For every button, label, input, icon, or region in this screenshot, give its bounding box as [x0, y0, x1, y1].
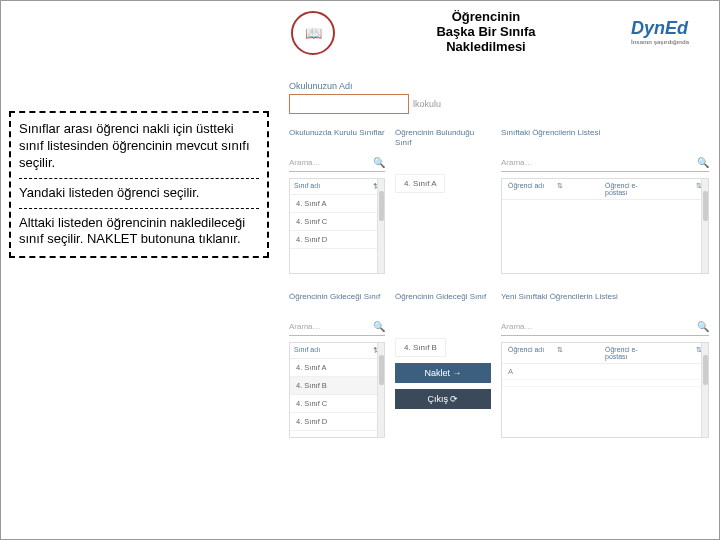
- scrollbar[interactable]: [377, 343, 384, 437]
- school-name-suffix: lkokulu: [413, 99, 441, 109]
- target-classes-title: Öğrencinin Gideceği Sınıf: [289, 292, 385, 312]
- list-item[interactable]: 4. Sınıf A: [290, 359, 384, 377]
- list-item[interactable]: [502, 380, 708, 387]
- school-name-input[interactable]: [289, 94, 409, 114]
- school-name-field-wrap: lkokulu: [289, 94, 709, 114]
- exit-button[interactable]: Çıkış ⟳: [395, 389, 491, 409]
- list-item[interactable]: 4. Sınıf C: [290, 395, 384, 413]
- students-list[interactable]: Öğrenci adı ⇅ Öğrenci e-postası ⇅: [501, 178, 709, 274]
- bottom-row: Öğrencinin Gideceği Sınıf Arama… 🔍 Sınıf…: [289, 292, 709, 438]
- target-class-action-column: Öğrencinin Gideceği Sınıf 4. Sınıf B Nak…: [395, 292, 491, 438]
- main-panel: Okulunuzun Adı lkokulu Okulunuzda Kurulu…: [289, 81, 709, 521]
- school-name-label: Okulunuzun Adı: [289, 81, 709, 91]
- sort-icon[interactable]: ⇅: [557, 346, 606, 360]
- title-line-1: Öğrencinin: [341, 9, 631, 24]
- list-item[interactable]: 4. Sınıf D: [290, 231, 384, 249]
- students-title: Sınıftaki Öğrencilerin Listesi: [501, 128, 709, 148]
- new-students-title: Yeni Sınıftaki Öğrencilerin Listesi: [501, 292, 709, 312]
- search-icon: 🔍: [373, 157, 385, 168]
- scrollbar[interactable]: [377, 179, 384, 273]
- instruction-2: Yandaki listeden öğrenci seçilir.: [19, 178, 259, 202]
- instruction-1: Sınıflar arası öğrenci nakli için üsttek…: [19, 121, 259, 172]
- sort-icon[interactable]: ⇅: [654, 182, 703, 196]
- target-classes-search[interactable]: Arama… 🔍: [289, 318, 385, 336]
- list-item[interactable]: 4. Sınıf D: [290, 413, 384, 431]
- new-students-list[interactable]: Öğrenci adı ⇅ Öğrenci e-postası ⇅ A: [501, 342, 709, 438]
- students-search[interactable]: Arama… 🔍: [501, 154, 709, 172]
- title-line-2: Başka Bir Sınıfa: [341, 24, 631, 39]
- instruction-box: Sınıflar arası öğrenci nakli için üsttek…: [9, 111, 269, 258]
- sort-icon[interactable]: ⇅: [654, 346, 703, 360]
- transfer-button[interactable]: Naklet →: [395, 363, 491, 383]
- list-item[interactable]: 4. Sınıf A: [290, 195, 384, 213]
- title-line-3: Nakledilmesi: [341, 39, 631, 54]
- list-item[interactable]: A: [502, 364, 708, 380]
- sort-icon[interactable]: ⇅: [557, 182, 606, 196]
- page-title: Öğrencinin Başka Bir Sınıfa Nakledilmesi: [341, 9, 631, 54]
- list-item[interactable]: 4. Sınıf B: [290, 377, 384, 395]
- meb-logo: 📖: [291, 11, 335, 55]
- scrollbar[interactable]: [701, 179, 708, 273]
- search-icon: 🔍: [697, 321, 709, 332]
- new-students-search[interactable]: Arama… 🔍: [501, 318, 709, 336]
- target-classes-list[interactable]: Sınıf adı ⇅ 4. Sınıf A 4. Sınıf B 4. Sın…: [289, 342, 385, 438]
- search-icon: 🔍: [697, 157, 709, 168]
- search-icon: 🔍: [373, 321, 385, 332]
- installed-classes-column: Okulunuzda Kurulu Sınıflar Arama… 🔍 Sını…: [289, 128, 385, 274]
- installed-classes-search[interactable]: Arama… 🔍: [289, 154, 385, 172]
- instruction-3: Alttaki listeden öğrencinin nakledileceğ…: [19, 208, 259, 249]
- header: 📖 Öğrencinin Başka Bir Sınıfa Nakledilme…: [1, 1, 719, 64]
- scrollbar[interactable]: [701, 343, 708, 437]
- installed-classes-title: Okulunuzda Kurulu Sınıflar: [289, 128, 385, 148]
- dyned-logo: DynEd İnsanın şaşırdığında: [631, 18, 689, 45]
- students-column: Sınıftaki Öğrencilerin Listesi Arama… 🔍 …: [501, 128, 709, 274]
- target-classes-column: Öğrencinin Gideceği Sınıf Arama… 🔍 Sınıf…: [289, 292, 385, 438]
- current-class-title: Öğrencinin Bulunduğu Sınıf: [395, 128, 491, 148]
- target-class-action-title: Öğrencinin Gideceği Sınıf: [395, 292, 491, 312]
- top-row: Okulunuzda Kurulu Sınıflar Arama… 🔍 Sını…: [289, 128, 709, 274]
- list-item[interactable]: 4. Sınıf C: [290, 213, 384, 231]
- current-class-chip: 4. Sınıf A: [395, 174, 445, 193]
- new-students-column: Yeni Sınıftaki Öğrencilerin Listesi Aram…: [501, 292, 709, 438]
- installed-classes-list[interactable]: Sınıf adı ⇅ 4. Sınıf A 4. Sınıf C 4. Sın…: [289, 178, 385, 274]
- current-class-column: Öğrencinin Bulunduğu Sınıf 4. Sınıf A: [395, 128, 491, 274]
- target-class-chip: 4. Sınıf B: [395, 338, 446, 357]
